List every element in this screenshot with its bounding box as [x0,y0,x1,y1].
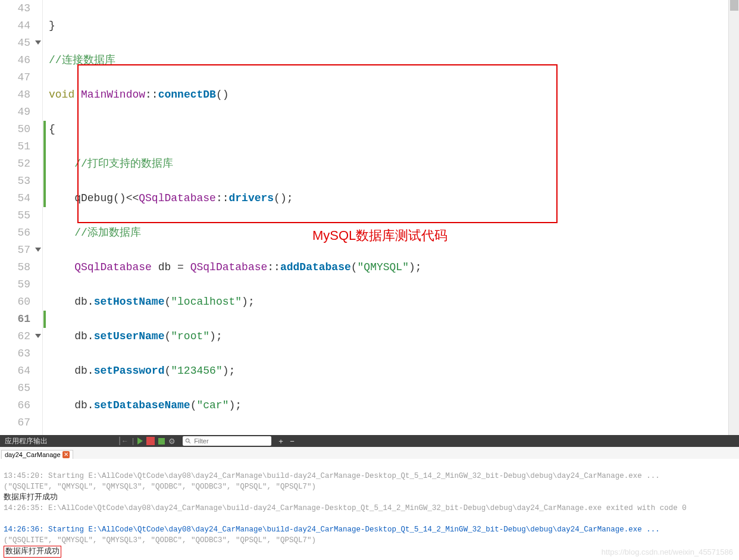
scrollbar-thumb[interactable] [730,0,738,11]
code-line[interactable]: } [49,17,739,35]
fold-icon[interactable] [35,334,41,338]
line-number[interactable]: 57 [0,242,42,259]
annotation-label: MySQL数据库测试代码 [312,227,447,245]
line-number[interactable]: 59 [0,276,42,293]
line-number[interactable]: 63 [0,345,42,362]
line-number[interactable]: 54 [0,190,42,207]
fold-icon[interactable] [35,40,41,45]
output-panel-title: 应用程序输出 [0,436,52,446]
line-number[interactable]: 50 [0,121,42,138]
code-line[interactable]: db.setHostName("localhost"); [49,293,739,311]
watermark: https://blog.csdn.net/weixin_45571586 [602,547,733,558]
console-line: ("QSQLITE", "QMYSQL", "QMYSQL3", "QODBC"… [4,536,316,545]
vertical-scrollbar[interactable] [728,0,739,435]
line-number[interactable]: 67 [0,414,42,431]
line-number[interactable]: 43 [0,0,42,17]
code-line[interactable] [49,431,739,449]
code-line[interactable]: { [49,121,739,138]
code-line[interactable]: //打印支持的数据库 [49,155,739,173]
output-console[interactable]: 13:45:20: Starting E:\AllCode\QtCode\day… [0,459,739,560]
line-number[interactable]: 49 [0,104,42,121]
code-line[interactable]: db.setUserName("root"); [49,328,739,345]
line-number[interactable]: 65 [0,380,42,397]
line-number[interactable]: 60 [0,293,42,311]
line-number[interactable]: 53 [0,173,42,190]
console-line-highlighted: 数据库打开成功 [4,546,61,558]
line-number[interactable]: 66 [0,397,42,414]
line-number-gutter[interactable]: 43 44 45 46 47 48 49 50 51 52 53 54 55 5… [0,0,43,435]
console-line: 14:26:35: E:\AllCode\QtCode\day08\day24_… [4,504,687,512]
code-line[interactable]: void MainWindow::connectDB() [49,86,739,104]
line-number[interactable]: 55 [0,207,42,224]
line-number[interactable]: 48 [0,86,42,104]
console-line: ("QSQLITE", "QMYSQL", "QMYSQL3", "QODBC"… [4,483,316,491]
line-number[interactable]: 62 [0,328,42,345]
code-line[interactable]: db.setPassword("123456"); [49,362,739,380]
code-editor[interactable]: 43 44 45 46 47 48 49 50 51 52 53 54 55 5… [0,0,739,435]
console-line: 13:45:20: Starting E:\AllCode\QtCode\day… [4,472,660,480]
console-line: 数据库打开成功 [4,493,58,502]
fold-icon[interactable] [35,248,41,252]
console-line: 14:26:36: Starting E:\AllCode\QtCode\day… [4,525,660,534]
code-area[interactable]: } //连接数据库 void MainWindow::connectDB() {… [46,0,739,435]
code-line[interactable]: qDebug()<<QSqlDatabase::drivers(); [49,190,739,207]
code-line[interactable]: db.setDatabaseName("car"); [49,397,739,414]
line-number-current[interactable]: 61 [0,311,42,328]
line-number[interactable]: 51 [0,138,42,155]
line-number[interactable]: 52 [0,155,42,173]
code-line[interactable]: //连接数据库 [49,52,739,69]
line-number[interactable]: 56 [0,224,42,242]
line-number[interactable]: 47 [0,69,42,86]
line-number[interactable]: 58 [0,259,42,276]
line-number[interactable]: 44 [0,17,42,35]
code-line[interactable]: QSqlDatabase db = QSqlDatabase::addDatab… [49,259,739,276]
line-number[interactable]: 46 [0,52,42,69]
line-number[interactable]: 45 [0,35,42,52]
line-number[interactable]: 64 [0,362,42,380]
